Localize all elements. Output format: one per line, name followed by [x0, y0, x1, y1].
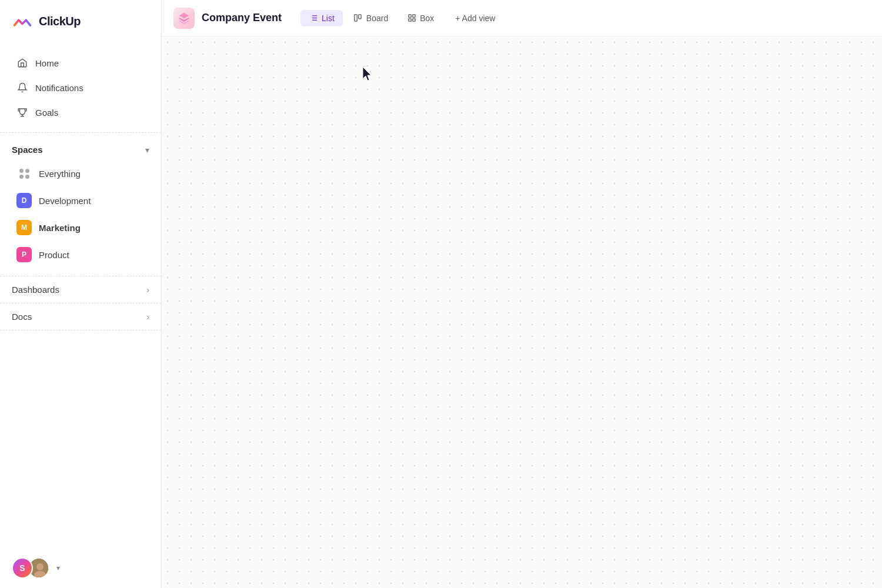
box-icon	[407, 14, 416, 23]
tab-box-label: Box	[420, 14, 434, 23]
chevron-right-icon: ›	[146, 285, 149, 295]
docs-section: Docs ›	[0, 303, 161, 330]
home-icon	[16, 57, 28, 69]
tab-list[interactable]: List	[300, 10, 343, 26]
svg-rect-11	[409, 15, 411, 17]
spaces-section: Spaces ▾ Everything D Development	[0, 133, 161, 276]
avatar-group: S	[12, 557, 49, 579]
sidebar: ClickUp Home Notifications	[0, 0, 162, 588]
sidebar-footer[interactable]: S ▾	[0, 548, 161, 588]
space-label-development: Development	[39, 196, 91, 206]
tab-list-label: List	[322, 14, 335, 23]
svg-rect-13	[409, 19, 411, 21]
spaces-title: Spaces	[12, 145, 43, 155]
trophy-icon	[16, 106, 28, 118]
topbar: Company Event List	[162, 0, 882, 36]
sidebar-item-goals[interactable]: Goals	[5, 101, 156, 124]
docs-label: Docs	[12, 312, 32, 322]
bell-icon	[16, 82, 28, 93]
dashboards-label: Dashboards	[12, 285, 59, 295]
sidebar-item-docs[interactable]: Docs ›	[0, 303, 161, 330]
space-label-everything: Everything	[39, 169, 81, 179]
svg-rect-9	[355, 15, 357, 21]
cursor	[362, 66, 373, 85]
sidebar-item-everything[interactable]: Everything	[5, 161, 156, 186]
space-avatar-development: D	[16, 193, 32, 208]
project-icon	[173, 8, 195, 29]
add-view-label: + Add view	[455, 14, 495, 23]
sidebar-item-label-goals: Goals	[35, 108, 58, 118]
svg-rect-10	[359, 15, 361, 19]
svg-rect-14	[412, 19, 415, 21]
space-avatar-product: P	[16, 247, 32, 262]
main-content: Company Event List	[162, 0, 882, 588]
space-label-marketing: Marketing	[39, 223, 81, 233]
tab-box[interactable]: Box	[399, 10, 442, 26]
add-view-button[interactable]: + Add view	[447, 10, 503, 26]
sidebar-nav: Home Notifications Goals	[0, 43, 161, 133]
board-icon	[353, 14, 363, 23]
sidebar-item-development[interactable]: D Development	[5, 188, 156, 213]
sidebar-item-product[interactable]: P Product	[5, 242, 156, 268]
space-avatar-marketing: M	[16, 220, 32, 235]
tab-board-label: Board	[366, 14, 388, 23]
chevron-right-icon-docs: ›	[146, 312, 149, 322]
project-title: Company Event	[202, 12, 282, 24]
svg-point-1	[36, 563, 44, 570]
tab-board[interactable]: Board	[345, 10, 396, 26]
svg-rect-12	[412, 15, 415, 17]
sidebar-item-home[interactable]: Home	[5, 51, 156, 75]
sidebar-item-notifications[interactable]: Notifications	[5, 76, 156, 99]
everything-dots-icon	[16, 166, 32, 181]
sidebar-item-dashboards[interactable]: Dashboards ›	[0, 276, 161, 303]
spaces-header[interactable]: Spaces ▾	[0, 140, 161, 159]
sidebar-item-marketing[interactable]: M Marketing	[5, 215, 156, 240]
sidebar-item-label-notifications: Notifications	[35, 83, 83, 93]
logo-text: ClickUp	[39, 15, 81, 28]
avatar-chevron-icon: ▾	[56, 564, 60, 572]
space-label-product: Product	[39, 250, 69, 260]
clickup-logo-icon	[12, 11, 33, 32]
dashboards-section: Dashboards ›	[0, 276, 161, 303]
view-tabs: List Board	[300, 10, 503, 26]
chevron-down-icon: ▾	[145, 145, 149, 155]
avatar-user-s: S	[12, 557, 33, 579]
logo-area[interactable]: ClickUp	[0, 0, 161, 43]
main-workspace	[162, 36, 882, 588]
list-icon	[309, 14, 318, 23]
sidebar-item-label-home: Home	[35, 58, 59, 68]
